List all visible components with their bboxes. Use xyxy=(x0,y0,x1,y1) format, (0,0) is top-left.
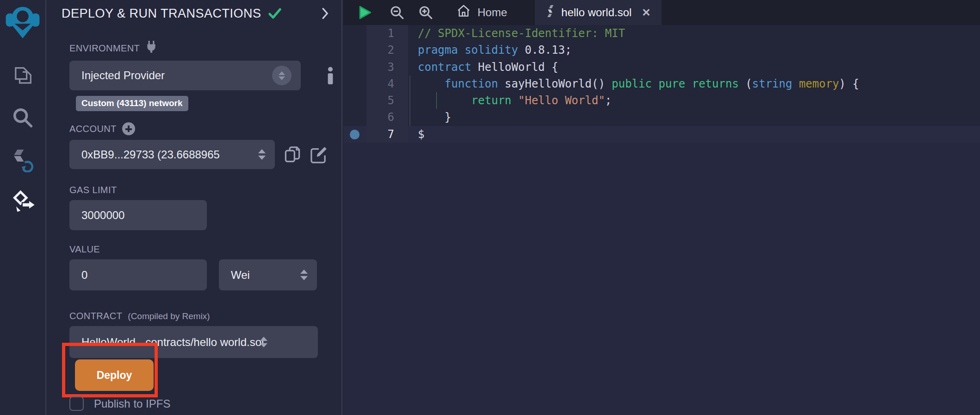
indent-guide xyxy=(409,75,410,92)
home-icon xyxy=(456,4,471,21)
file-explorer-icon[interactable] xyxy=(10,63,36,89)
solidity-compiler-icon[interactable] xyxy=(10,146,36,172)
plug-icon xyxy=(145,41,157,56)
indent-guide xyxy=(409,92,410,109)
code-line[interactable]: 1// SPDX-License-Identifier: MIT xyxy=(343,25,980,42)
remix-logo-icon[interactable] xyxy=(3,3,42,42)
zoom-out-icon[interactable] xyxy=(387,5,407,20)
panel-header: DEPLOY & RUN TRANSACTIONS xyxy=(47,0,341,27)
code-line-content: pragma solidity 0.8.13; xyxy=(408,42,980,58)
value-label: VALUE xyxy=(69,244,341,255)
gutter-glyph-margin[interactable] xyxy=(343,59,366,75)
gutter-glyph-margin[interactable] xyxy=(343,126,366,143)
remix-ide-window: DEPLOY & RUN TRANSACTIONS ENVIRONMENT xyxy=(0,0,980,415)
gas-limit-label: GAS LIMIT xyxy=(69,185,341,195)
breakpoint-dot-icon xyxy=(350,130,360,139)
solidity-file-icon xyxy=(546,5,555,20)
gutter-glyph-margin[interactable] xyxy=(343,42,366,58)
code-line[interactable]: 4 function sayHelloWorld() public pure r… xyxy=(343,75,980,92)
code-line[interactable]: 7$ xyxy=(343,126,980,143)
zoom-in-icon[interactable] xyxy=(416,5,436,20)
code-line-content: } xyxy=(408,109,980,126)
publish-ipfs-checkbox[interactable] xyxy=(69,396,84,411)
environment-select[interactable]: Injected Provider xyxy=(69,61,301,90)
account-select[interactable]: 0xBB9...29733 (23.6688965 xyxy=(69,140,275,169)
run-script-icon[interactable] xyxy=(354,5,375,20)
environment-toggle-icon xyxy=(272,66,292,85)
indent-guide xyxy=(409,109,410,126)
line-number: 3 xyxy=(366,59,408,75)
search-icon[interactable] xyxy=(10,105,36,131)
code-line[interactable]: 2pragma solidity 0.8.13; xyxy=(343,42,980,58)
value-unit-select[interactable]: Wei xyxy=(219,259,317,290)
deploy-run-panel: DEPLOY & RUN TRANSACTIONS ENVIRONMENT xyxy=(47,0,342,415)
code-line[interactable]: 3contract HelloWorld { xyxy=(343,59,980,75)
tab-hello-world-sol[interactable]: hello world.sol ✕ xyxy=(534,0,662,25)
value-input[interactable]: 0 xyxy=(69,259,207,290)
info-icon[interactable] xyxy=(327,67,334,84)
add-account-icon[interactable] xyxy=(122,122,135,135)
close-tab-icon[interactable]: ✕ xyxy=(642,6,651,19)
gutter-glyph-margin[interactable] xyxy=(343,75,366,92)
code-line-content: return "Hello World"; xyxy=(408,92,980,109)
code-line-content: // SPDX-License-Identifier: MIT xyxy=(408,25,980,42)
contract-sublabel: (Compiled by Remix) xyxy=(128,311,210,321)
check-icon xyxy=(268,6,282,20)
code-line-content: contract HelloWorld { xyxy=(408,59,980,75)
contract-label: CONTRACT (Compiled by Remix) xyxy=(69,311,341,321)
deploy-button[interactable]: Deploy xyxy=(75,359,154,391)
network-badge: Custom (43113) network xyxy=(76,96,188,111)
chevron-right-icon[interactable] xyxy=(320,7,329,19)
copy-icon[interactable] xyxy=(284,146,301,163)
activity-bar xyxy=(0,0,46,415)
code-line-content: $ xyxy=(408,126,980,143)
indent-guide xyxy=(436,92,437,109)
code-editor[interactable]: 1// SPDX-License-Identifier: MIT2pragma … xyxy=(343,25,980,415)
code-line[interactable]: 5 return "Hello World"; xyxy=(343,92,980,109)
environment-label: ENVIRONMENT xyxy=(69,41,341,56)
edit-icon[interactable] xyxy=(310,146,328,163)
line-number: 2 xyxy=(366,42,408,58)
gas-limit-input[interactable]: 3000000 xyxy=(69,200,207,230)
editor-tabbar: Home hello world.sol ✕ xyxy=(343,0,980,25)
spinner-icon xyxy=(300,270,308,280)
account-label: ACCOUNT xyxy=(69,122,341,135)
tab-home[interactable]: Home xyxy=(449,0,515,25)
gutter-glyph-margin[interactable] xyxy=(343,25,366,42)
publish-ipfs-label: Publish to IPFS xyxy=(94,397,170,410)
gutter-glyph-margin[interactable] xyxy=(343,109,366,126)
line-number: 5 xyxy=(366,92,408,109)
deploy-and-run-icon[interactable] xyxy=(10,188,36,214)
gutter-glyph-margin[interactable] xyxy=(343,92,366,109)
code-lines: 1// SPDX-License-Identifier: MIT2pragma … xyxy=(343,25,980,143)
line-number: 7 xyxy=(366,126,408,143)
code-line-content: function sayHelloWorld() public pure ret… xyxy=(408,75,980,92)
deploy-highlight-box: Deploy xyxy=(62,343,158,397)
line-number: 6 xyxy=(366,109,408,126)
panel-title: DEPLOY & RUN TRANSACTIONS xyxy=(62,6,261,21)
line-number: 1 xyxy=(366,25,408,42)
spinner-icon xyxy=(260,337,267,347)
code-line[interactable]: 6 } xyxy=(343,109,980,126)
line-number: 4 xyxy=(366,75,408,92)
editor-region: Home hello world.sol ✕ 1// SPDX-License-… xyxy=(343,0,980,415)
spinner-icon xyxy=(258,149,266,160)
